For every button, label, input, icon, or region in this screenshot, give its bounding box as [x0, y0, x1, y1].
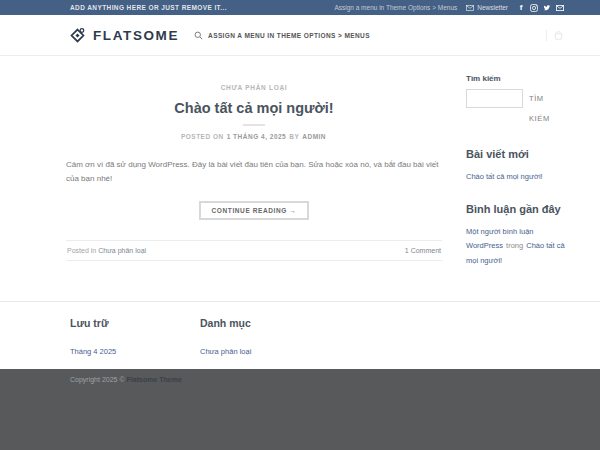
meta-author-link[interactable]: ADMIN — [302, 133, 326, 140]
main-content: CHƯA PHÂN LOẠI Chào tất cả mọi người! PO… — [0, 56, 600, 301]
cart-icon[interactable] — [553, 30, 564, 41]
copyright-brand-link[interactable]: Flatsome Theme — [127, 376, 182, 383]
site-header: FLATSOME ASSIGN A MENU IN THEME OPTIONS … — [0, 15, 600, 56]
header-right — [546, 15, 564, 55]
post-footer-meta: Posted inChưa phân loại 1 Comment — [66, 240, 442, 261]
meta-by: BY — [289, 133, 299, 140]
flatsome-gem-icon — [68, 26, 87, 45]
top-bar: ADD ANYTHING HERE OR JUST REMOVE IT... A… — [0, 0, 600, 15]
recent-comment: Một người bình luận WordPress trong Chào… — [466, 225, 566, 268]
meta-date-link[interactable]: 1 THÁNG 4, 2025 — [227, 133, 287, 140]
recent-posts-title: Bài viết mới — [466, 147, 566, 161]
footer-widgets: Lưu trữ Tháng 4 2025 Danh mục Chưa phân … — [0, 301, 600, 369]
header-divider — [546, 30, 547, 41]
email-icon[interactable] — [556, 4, 564, 12]
newsletter-link[interactable]: Newsletter — [466, 4, 508, 11]
post-category-link[interactable]: CHƯA PHÂN LOẠI — [221, 84, 288, 91]
logo-text: FLATSOME — [93, 28, 179, 43]
copyright-text: Copyright 2025 © — [70, 376, 125, 383]
topbar-menu-note[interactable]: Assign a menu in Theme Options > Menus — [334, 4, 457, 11]
site-logo[interactable]: FLATSOME — [68, 26, 179, 45]
continue-reading-row: CONTINUE READING → — [66, 199, 442, 220]
footer-categories-column: Danh mục Chưa phân loại — [200, 317, 330, 369]
recent-comments-title: Bình luận gần đây — [466, 202, 566, 216]
post-title-link[interactable]: Chào tất cả mọi người! — [66, 100, 442, 116]
topbar-right: Assign a menu in Theme Options > Menus N… — [334, 4, 564, 12]
comment-author-link[interactable]: Một người bình luận WordPress — [466, 227, 533, 250]
posted-in-category-link[interactable]: Chưa phân loại — [98, 247, 146, 254]
recent-post-link[interactable]: Chào tất cả mọi người! — [466, 170, 566, 184]
newsletter-label: Newsletter — [477, 4, 508, 11]
twitter-icon[interactable] — [543, 4, 551, 12]
posted-in: Posted inChưa phân loại — [67, 247, 146, 254]
comment-connector: trong — [506, 241, 523, 250]
post-excerpt: Cảm ơn vì đã sử dụng WordPress. Đây là b… — [66, 158, 442, 186]
comments-link[interactable]: 1 Comment — [405, 247, 441, 254]
sidebar-search-input[interactable] — [466, 89, 523, 108]
post-article: CHƯA PHÂN LOẠI Chào tất cả mọi người! PO… — [66, 70, 442, 301]
sidebar-search-button[interactable]: TÌM KIẾM — [523, 89, 559, 129]
footer-archives-column: Lưu trữ Tháng 4 2025 — [70, 317, 200, 369]
sidebar-search-label: Tìm kiếm — [466, 74, 566, 83]
sidebar: Tìm kiếm TÌM KIẾM Bài viết mới Chào tất … — [466, 70, 566, 301]
footer-archives-title: Lưu trữ — [70, 317, 200, 329]
sidebar-search-form: TÌM KIẾM — [466, 89, 566, 129]
continue-reading-button[interactable]: CONTINUE READING → — [199, 201, 310, 220]
posted-in-label: Posted in — [67, 247, 96, 254]
search-icon — [194, 31, 203, 40]
footer-archive-link[interactable]: Tháng 4 2025 — [70, 347, 116, 356]
topbar-message: ADD ANYTHING HERE OR JUST REMOVE IT... — [70, 4, 227, 11]
post-meta: POSTED ON1 THÁNG 4, 2025BYADMIN — [66, 133, 442, 140]
title-divider — [243, 124, 265, 126]
page: ADD ANYTHING HERE OR JUST REMOVE IT... A… — [0, 0, 600, 450]
social-icons: f — [517, 4, 564, 12]
post-header: CHƯA PHÂN LOẠI Chào tất cả mọi người! PO… — [66, 70, 442, 140]
footer-category-link[interactable]: Chưa phân loại — [200, 347, 251, 356]
header-menu[interactable]: ASSIGN A MENU IN THEME OPTIONS > MENUS — [194, 31, 370, 40]
footer-categories-title: Danh mục — [200, 317, 330, 329]
newsletter-envelope-icon — [466, 5, 474, 11]
facebook-icon[interactable]: f — [517, 4, 525, 12]
absolute-footer: Copyright 2025 ©Flatsome Theme — [0, 369, 600, 450]
instagram-icon[interactable] — [530, 4, 538, 12]
header-menu-note: ASSIGN A MENU IN THEME OPTIONS > MENUS — [208, 32, 370, 39]
meta-posted-on: POSTED ON — [181, 133, 224, 140]
